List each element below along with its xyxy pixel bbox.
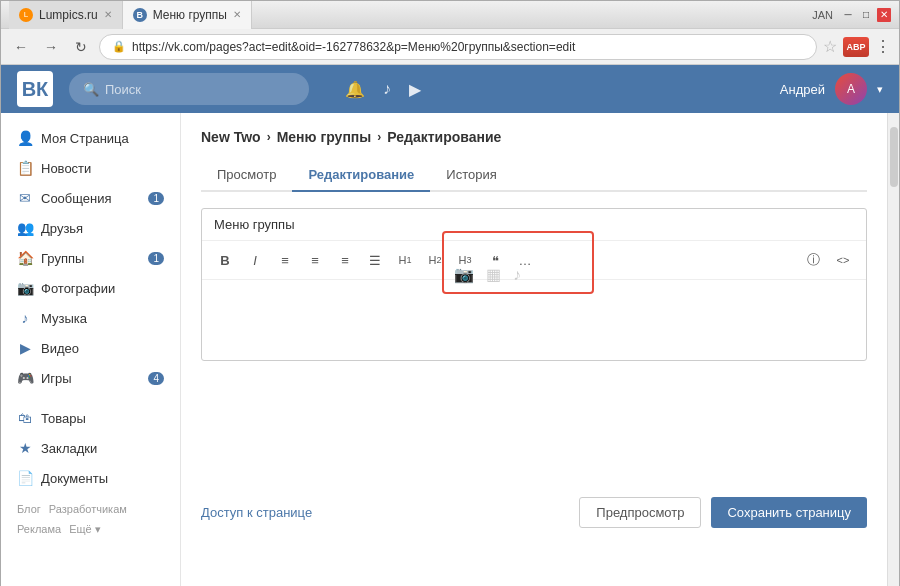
code-button[interactable]: <> xyxy=(830,247,856,273)
lock-icon: 🔒 xyxy=(112,40,126,53)
save-page-button[interactable]: Сохранить страницу xyxy=(711,497,867,528)
editor-container: Меню группы B I ≡ ≡ ≡ ☰ H1 H2 H3 ❝ … xyxy=(201,208,867,361)
bottom-right-buttons: Предпросмотр Сохранить страницу xyxy=(579,497,867,528)
footer-blog[interactable]: Блог xyxy=(17,503,41,515)
sidebar-item-friends-label: Друзья xyxy=(41,221,83,236)
friends-icon: 👥 xyxy=(17,220,33,236)
music-header-icon[interactable]: ♪ xyxy=(383,80,391,98)
sidebar-item-video[interactable]: ▶ Видео xyxy=(1,333,180,363)
preview-button[interactable]: Предпросмотр xyxy=(579,497,701,528)
documents-icon: 📄 xyxy=(17,470,33,486)
tab-lumpics[interactable]: L Lumpics.ru ✕ xyxy=(9,1,123,29)
sidebar-item-music-label: Музыка xyxy=(41,311,87,326)
maximize-button[interactable]: □ xyxy=(859,8,873,22)
align-center-button[interactable]: ≡ xyxy=(302,247,328,273)
bookmarks-icon: ★ xyxy=(17,440,33,456)
sidebar-item-goods-label: Товары xyxy=(41,411,86,426)
align-left-button[interactable]: ≡ xyxy=(272,247,298,273)
tooltip-icons: 📷 ▦ ♪ xyxy=(454,265,582,284)
tab-vk-label: Меню группы xyxy=(153,8,227,22)
bookmark-star-icon[interactable]: ☆ xyxy=(823,37,837,56)
minimize-button[interactable]: ─ xyxy=(841,8,855,22)
groups-badge: 1 xyxy=(148,252,164,265)
sidebar-item-games-label: Игры xyxy=(41,371,72,386)
editor-toolbar: B I ≡ ≡ ≡ ☰ H1 H2 H3 ❝ … xyxy=(202,241,866,280)
goods-icon: 🛍 xyxy=(17,410,33,426)
tooltip-table-icon[interactable]: ▦ xyxy=(486,265,501,284)
messages-icon: ✉ xyxy=(17,190,33,206)
breadcrumb: New Two › Меню группы › Редактирование xyxy=(201,129,867,145)
sidebar-item-photos[interactable]: 📷 Фотографии xyxy=(1,273,180,303)
scroll-thumb[interactable] xyxy=(890,127,898,187)
editor-title: Меню группы xyxy=(214,217,295,232)
vk-logo[interactable]: ВК xyxy=(17,71,53,107)
video-header-icon[interactable]: ▶ xyxy=(409,80,421,99)
tooltip-box: Добавить фотографию 📷 ▦ ♪ xyxy=(442,231,594,294)
games-badge: 4 xyxy=(148,372,164,385)
browser-menu-button[interactable]: ⋮ xyxy=(875,37,891,56)
sidebar-item-messages[interactable]: ✉ Сообщения 1 xyxy=(1,183,180,213)
tooltip-photo-icon[interactable]: 📷 xyxy=(454,265,474,284)
user-dropdown-arrow[interactable]: ▾ xyxy=(877,83,883,96)
footer-ads[interactable]: Реклама xyxy=(17,523,61,536)
breadcrumb-sep2: › xyxy=(377,130,381,144)
sidebar-item-news[interactable]: 📋 Новости xyxy=(1,153,180,183)
access-page-link[interactable]: Доступ к странице xyxy=(201,505,312,520)
content-inner: New Two › Меню группы › Редактирование П… xyxy=(181,113,887,586)
tooltip-music-icon[interactable]: ♪ xyxy=(513,266,521,284)
footer-more[interactable]: Ещё ▾ xyxy=(69,523,101,536)
sidebar-item-goods[interactable]: 🛍 Товары xyxy=(1,403,180,433)
italic-button[interactable]: I xyxy=(242,247,268,273)
address-bar[interactable]: 🔒 https://vk.com/pages?act=edit&oid=-162… xyxy=(99,34,817,60)
notifications-icon[interactable]: 🔔 xyxy=(345,80,365,99)
sidebar-item-photos-label: Фотографии xyxy=(41,281,115,296)
sidebar-item-games[interactable]: 🎮 Игры 4 xyxy=(1,363,180,393)
sidebar-item-music[interactable]: ♪ Музыка xyxy=(1,303,180,333)
photos-icon: 📷 xyxy=(17,280,33,296)
close-button[interactable]: ✕ xyxy=(877,8,891,22)
jan-label: JAN xyxy=(812,9,833,21)
list-button[interactable]: ☰ xyxy=(362,247,388,273)
refresh-button[interactable]: ↻ xyxy=(69,35,93,59)
search-box[interactable]: 🔍 xyxy=(69,73,309,105)
info-button[interactable]: ⓘ xyxy=(800,247,826,273)
tab-view[interactable]: Просмотр xyxy=(201,159,292,192)
content-area: New Two › Меню группы › Редактирование П… xyxy=(181,113,887,586)
adblock-extension-button[interactable]: ABP xyxy=(843,37,869,57)
tab-vk-close[interactable]: ✕ xyxy=(233,9,241,20)
align-right-button[interactable]: ≡ xyxy=(332,247,358,273)
my-page-icon: 👤 xyxy=(17,130,33,146)
sidebar-item-documents[interactable]: 📄 Документы xyxy=(1,463,180,493)
lumpics-favicon: L xyxy=(19,8,33,22)
user-avatar[interactable]: А xyxy=(835,73,867,105)
sidebar-item-friends[interactable]: 👥 Друзья xyxy=(1,213,180,243)
header-icons: 🔔 ♪ ▶ xyxy=(325,80,764,99)
messages-badge: 1 xyxy=(148,192,164,205)
back-button[interactable]: ← xyxy=(9,35,33,59)
h1-button[interactable]: H1 xyxy=(392,247,418,273)
scrollbar[interactable] xyxy=(887,113,899,586)
breadcrumb-part2[interactable]: Меню группы xyxy=(277,129,372,145)
sidebar-item-bookmarks[interactable]: ★ Закладки xyxy=(1,433,180,463)
sidebar-item-groups[interactable]: 🏠 Группы 1 xyxy=(1,243,180,273)
sidebar-item-video-label: Видео xyxy=(41,341,79,356)
tab-vk[interactable]: В Меню группы ✕ xyxy=(123,1,252,29)
url-text: https://vk.com/pages?act=edit&oid=-16277… xyxy=(132,40,575,54)
news-icon: 📋 xyxy=(17,160,33,176)
tab-edit[interactable]: Редактирование xyxy=(292,159,430,192)
breadcrumb-part1[interactable]: New Two xyxy=(201,129,261,145)
browser-window: L Lumpics.ru ✕ В Меню группы ✕ JAN ─ □ ✕… xyxy=(0,0,900,586)
tab-history[interactable]: История xyxy=(430,159,512,192)
sidebar-item-my-page[interactable]: 👤 Моя Страница xyxy=(1,123,180,153)
footer-dev[interactable]: Разработчикам xyxy=(49,503,127,515)
bottom-bar: Доступ к странице Предпросмотр Сохранить… xyxy=(201,481,867,528)
sidebar-footer: Блог Разработчикам Реклама Ещё ▾ xyxy=(1,493,180,546)
title-bar: L Lumpics.ru ✕ В Меню группы ✕ JAN ─ □ ✕ xyxy=(1,1,899,29)
search-input[interactable] xyxy=(105,82,295,97)
bold-button[interactable]: B xyxy=(212,247,238,273)
tooltip-label: Добавить фотографию xyxy=(454,241,582,255)
header-right: Андрей А ▾ xyxy=(780,73,883,105)
tab-lumpics-close[interactable]: ✕ xyxy=(104,9,112,20)
user-name[interactable]: Андрей xyxy=(780,82,825,97)
forward-button[interactable]: → xyxy=(39,35,63,59)
